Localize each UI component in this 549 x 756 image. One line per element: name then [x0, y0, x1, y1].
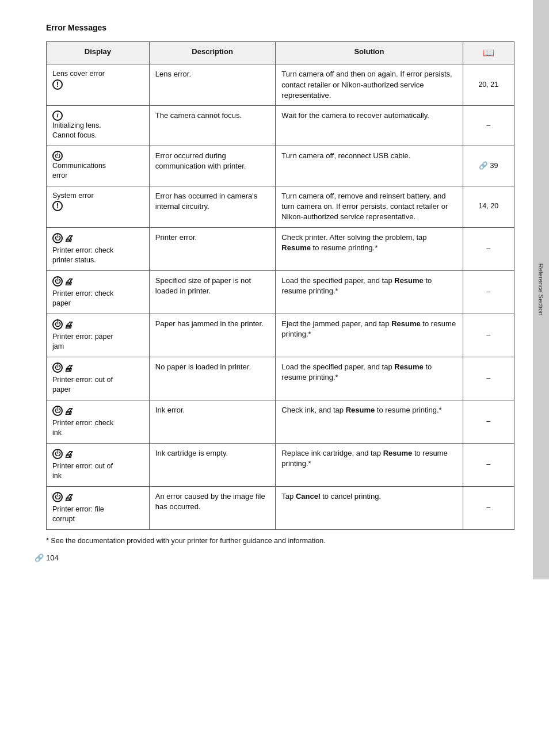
display-comm-error: ⏻ Communicationserror [47, 146, 150, 186]
resume-bold: Resume [281, 243, 311, 252]
table-row: System error ! Error has occurred in cam… [47, 186, 514, 227]
desc-comm-error: Error occurred during communication with… [149, 146, 276, 186]
power-icon-printer6: ⏻ [52, 449, 63, 459]
ref-file-corrupt: – [463, 486, 514, 529]
display-file-corrupt: ⏻ 🖨 Printer error: filecorrupt [47, 486, 150, 529]
solution-out-of-paper: Load the specified paper, and tap Resume… [276, 357, 463, 400]
table-row: ⏻ 🖨 Printer error: checkpaper Specified … [47, 270, 514, 314]
desc-out-of-paper: No paper is loaded in printer. [149, 357, 276, 400]
power-icon: ⏻ [52, 151, 63, 161]
reference-section-bar: Reference Section [533, 0, 549, 579]
header-solution: Solution [276, 42, 463, 64]
header-ref: 📖 [463, 42, 514, 64]
ref-check-ink: – [463, 400, 514, 443]
table-row: ⏻ 🖨 Printer error: checkink Ink error. C… [47, 400, 514, 443]
desc-lens-cover: Lens error. [149, 64, 276, 106]
desc-check-paper: Specified size of paper is not loaded in… [149, 270, 276, 314]
table-row: i Initializing lens.Cannot focus. The ca… [47, 105, 514, 146]
solution-lens-cover: Turn camera off and then on again. If er… [276, 64, 463, 106]
display-lens-cover: Lens cover error ! [47, 64, 150, 106]
exclaim-icon: ! [52, 79, 63, 90]
ref-paper-jam: – [463, 314, 514, 357]
ref-check-paper: – [463, 270, 514, 314]
page-link-icon: 🔗 [35, 553, 44, 562]
table-row: ⏻ Communicationserror Error occurred dur… [47, 146, 514, 186]
solution-check-ink: Check ink, and tap Resume to resume prin… [276, 400, 463, 443]
resume-bold-3: Resume [391, 319, 421, 328]
table-row: ⏻ 🖨 Printer error: out ofink Ink cartrid… [47, 443, 514, 486]
power-icon-printer4: ⏻ [52, 362, 63, 373]
solution-init-lens: Wait for the camera to recover automatic… [276, 105, 463, 146]
error-messages-table: Display Description Solution 📖 Lens cove… [46, 41, 514, 530]
printer-icon-group-2: ⏻ 🖨 [52, 276, 143, 288]
table-row: ⏻ 🖨 Printer error: checkprinter status. … [47, 227, 514, 270]
cancel-bold: Cancel [296, 492, 321, 501]
display-paper-jam: ⏻ 🖨 Printer error: paperjam [47, 314, 150, 357]
display-system-error: System error ! [47, 186, 150, 227]
table-row: ⏻ 🖨 Printer error: paperjam Paper has ja… [47, 314, 514, 357]
display-init-lens: i Initializing lens.Cannot focus. [47, 105, 150, 146]
display-printer-status: ⏻ 🖨 Printer error: checkprinter status. [47, 227, 150, 270]
resume-bold-6: Resume [383, 449, 413, 457]
ref-lens-cover: 20, 21 [463, 64, 514, 106]
ref-out-of-ink: – [463, 443, 514, 486]
table-row: ⏻ 🖨 Printer error: out ofpaper No paper … [47, 357, 514, 400]
display-out-of-paper: ⏻ 🖨 Printer error: out ofpaper [47, 357, 150, 400]
power-icon-printer5: ⏻ [52, 406, 63, 416]
printer-sym-5: 🖨 [64, 405, 73, 417]
page-number: 🔗 104 [35, 553, 59, 562]
power-icon-printer2: ⏻ [52, 276, 63, 287]
desc-file-corrupt: An error caused by the image file has oc… [149, 486, 276, 529]
printer-icon-group: ⏻ 🖨 [52, 232, 143, 245]
power-icon-printer3: ⏻ [52, 319, 63, 330]
solution-file-corrupt: Tap Cancel to cancel printing. [276, 486, 463, 529]
printer-icon-group-5: ⏻ 🖨 [52, 405, 143, 417]
desc-printer-status: Printer error. [149, 227, 276, 270]
reference-section-label: Reference Section [537, 264, 544, 316]
book-icon: 📖 [483, 48, 494, 58]
ref-comm-error: 🔗 39 [463, 146, 514, 186]
printer-icon-group-7: ⏻ 🖨 [52, 491, 143, 503]
table-row: Lens cover error ! Lens error. Turn came… [47, 64, 514, 106]
printer-sym-6: 🖨 [64, 448, 73, 460]
header-description: Description [149, 42, 276, 64]
printer-icon-group-4: ⏻ 🖨 [52, 362, 143, 374]
desc-paper-jam: Paper has jammed in the printer. [149, 314, 276, 357]
ref-system-error: 14, 20 [463, 186, 514, 227]
table-row: ⏻ 🖨 Printer error: filecorrupt An error … [47, 486, 514, 529]
printer-sym-1: 🖨 [64, 232, 73, 245]
solution-check-paper: Load the specified paper, and tap Resume… [276, 270, 463, 314]
header-display: Display [47, 42, 150, 64]
power-icon-printer7: ⏻ [52, 492, 63, 502]
power-icon-printer1: ⏻ [52, 233, 63, 243]
ref-out-of-paper: – [463, 357, 514, 400]
footnote: * See the documentation provided with yo… [46, 537, 514, 545]
display-check-ink: ⏻ 🖨 Printer error: checkink [47, 400, 150, 443]
solution-paper-jam: Eject the jammed paper, and tap Resume t… [276, 314, 463, 357]
solution-comm-error: Turn camera off, reconnect USB cable. [276, 146, 463, 186]
desc-system-error: Error has occurred in camera's internal … [149, 186, 276, 227]
resume-bold-5: Resume [346, 406, 375, 414]
page-container: Reference Section Error Messages Display… [0, 0, 549, 579]
solution-out-of-ink: Replace ink cartridge, and tap Resume to… [276, 443, 463, 486]
printer-icon-group-3: ⏻ 🖨 [52, 319, 143, 331]
exclaim-icon-2: ! [52, 201, 63, 211]
ref-init-lens: – [463, 105, 514, 146]
solution-system-error: Turn camera off, remove and reinsert bat… [276, 186, 463, 227]
desc-out-of-ink: Ink cartridge is empty. [149, 443, 276, 486]
page-title: Error Messages [46, 23, 514, 32]
desc-check-ink: Ink error. [149, 400, 276, 443]
desc-init-lens: The camera cannot focus. [149, 105, 276, 146]
solution-printer-status: Check printer. After solving the problem… [276, 227, 463, 270]
display-out-of-ink: ⏻ 🖨 Printer error: out ofink [47, 443, 150, 486]
printer-sym-2: 🖨 [64, 276, 73, 288]
resume-bold-4: Resume [394, 362, 424, 371]
printer-sym-7: 🖨 [64, 491, 73, 503]
ref-printer-status: – [463, 227, 514, 270]
link-icon: 🔗 [479, 162, 488, 170]
display-check-paper: ⏻ 🖨 Printer error: checkpaper [47, 270, 150, 314]
printer-sym-4: 🖨 [64, 362, 73, 374]
info-icon: i [52, 110, 63, 121]
printer-sym-3: 🖨 [64, 319, 73, 331]
resume-bold-2: Resume [394, 276, 424, 285]
